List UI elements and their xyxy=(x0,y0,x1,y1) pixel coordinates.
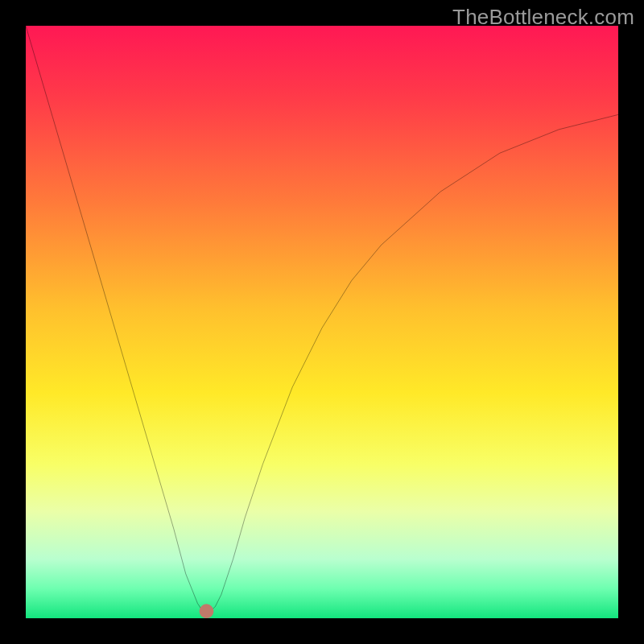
plot-area xyxy=(26,26,618,618)
chart-frame: TheBottleneck.com xyxy=(0,0,644,644)
gradient-rect xyxy=(26,26,618,618)
chart-svg xyxy=(26,26,618,618)
optimum-marker xyxy=(200,604,214,618)
